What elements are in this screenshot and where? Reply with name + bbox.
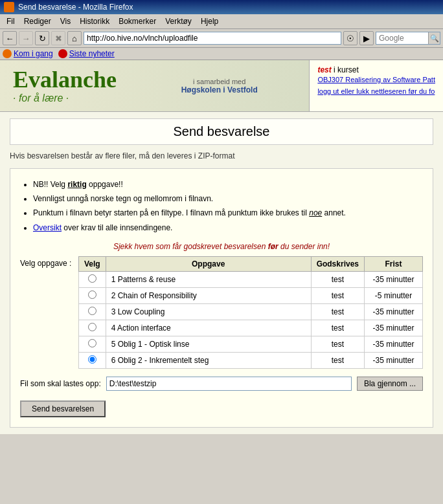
table-row: 6 Oblig 2 - Inkrementelt steg test -35 m… [79, 352, 423, 368]
address-bar: ☉ ▶ [84, 31, 374, 45]
godskrives-2: test [311, 303, 364, 320]
table-row: 2 Chain of Responsibility test -5 minutt… [79, 287, 423, 303]
instructions-list: NB!! Velg riktig oppgave!! Vennligst unn… [20, 179, 423, 234]
course-link[interactable]: OBJ307 Realisering av Software Patt [317, 76, 435, 83]
godskrives-5: test [311, 352, 364, 368]
menu-hjelp[interactable]: Hjelp [197, 16, 222, 27]
instruction-2: Vennligst unngå norske tegn og mellomrom… [33, 193, 423, 205]
browser-icon [4, 2, 14, 12]
col-oppgave: Oppgave [106, 256, 311, 271]
menu-bar: Fil Rediger Vis Historikk Bokmerker Verk… [0, 14, 443, 29]
col-velg: Velg [79, 256, 106, 271]
bookmark-kom-i-gang[interactable]: Kom i gang [3, 49, 53, 58]
toolbar: ← → ↻ ✖ ⌂ ☉ ▶ 🔍 [0, 29, 443, 48]
title-bar: Send besvarelse - Mozilla Firefox [0, 0, 443, 14]
instructions: NB!! Velg riktig oppgave!! Vennligst unn… [20, 179, 423, 234]
table-header-row: Velg Oppgave Godskrives Frist [79, 256, 423, 271]
logo-text: Evalanche [13, 68, 117, 91]
radio-3[interactable] [88, 323, 97, 331]
search-button[interactable]: 🔍 [428, 32, 440, 44]
radio-4[interactable] [88, 339, 97, 347]
partner-area: i samarbeid med Høgskolen i Vestfold [175, 60, 264, 111]
godskrives-4: test [311, 336, 364, 352]
menu-vis[interactable]: Vis [56, 16, 74, 27]
menu-historikk[interactable]: Historikk [76, 16, 113, 27]
submit-button[interactable]: Send besvarelsen [20, 400, 106, 417]
task-name-3: 4 Action interface [106, 320, 311, 336]
menu-rediger[interactable]: Rediger [20, 16, 55, 27]
forward-button[interactable]: → [19, 31, 33, 45]
menu-verktoy[interactable]: Verktøy [161, 16, 196, 27]
noe-text: noe [309, 208, 322, 217]
oversikt-link[interactable]: Oversikt [33, 223, 62, 232]
main-content: Send besvarelse Hvis besvarelsen består … [0, 112, 443, 434]
file-upload-row: Fil som skal lastes opp: Bla gjennom ... [20, 377, 423, 391]
instruction-1: NB!! Velg riktig oppgave!! [33, 179, 423, 191]
velg-oppgave-label: Velg oppgave : [20, 256, 72, 268]
user-prefix: i kurset [334, 65, 359, 74]
task-name-4: 5 Oblig 1 - Optisk linse [106, 336, 311, 352]
table-row: 5 Oblig 1 - Optisk linse test -35 minutt… [79, 336, 423, 352]
radio-cell-0 [79, 271, 106, 287]
radio-cell-2 [79, 303, 106, 320]
radio-cell-3 [79, 320, 106, 336]
assignments-tbody: 1 Patterns & reuse test -35 minutter 2 C… [79, 271, 423, 368]
bookmark-siste-nyheter[interactable]: Siste nyheter [58, 49, 115, 58]
logout-text: logg ut eller lukk nettleseren før du fo [317, 87, 435, 95]
for-text: før [268, 242, 278, 251]
table-wrapper: Velg Oppgave Godskrives Frist 1 Patterns… [78, 256, 423, 377]
table-head: Velg Oppgave Godskrives Frist [79, 256, 423, 271]
radio-2[interactable] [88, 307, 97, 315]
assignments-table: Velg Oppgave Godskrives Frist 1 Patterns… [78, 256, 423, 369]
check-notice: Sjekk hvem som får godskrevet besvarelse… [20, 242, 423, 251]
task-name-0: 1 Patterns & reuse [106, 271, 311, 287]
instruction-3: Punktum i filnavn betyr starten på en fi… [33, 207, 423, 219]
form-box: NB!! Velg riktig oppgave!! Vennligst unn… [10, 168, 433, 428]
menu-bokmerker[interactable]: Bokmerker [115, 16, 160, 27]
page-content: Evalanche · for å lære · i samarbeid med… [0, 60, 443, 434]
file-input[interactable] [106, 377, 352, 391]
menu-fil[interactable]: Fil [3, 16, 19, 27]
go-button[interactable]: ▶ [359, 31, 374, 45]
frist-3: -35 minutter [365, 320, 423, 336]
back-button[interactable]: ← [3, 31, 17, 45]
radio-1[interactable] [88, 290, 97, 299]
logo-area: Evalanche · for å lære · [0, 60, 130, 111]
home-button[interactable]: ⌂ [67, 31, 82, 45]
radio-0[interactable] [88, 274, 97, 283]
stop-button[interactable]: ✖ [51, 31, 65, 45]
address-input[interactable] [84, 32, 341, 45]
bold-riktig: riktig [67, 180, 86, 189]
user-info: test i kurset OBJ307 Realisering av Soft… [309, 60, 443, 111]
bookmark-label-siste: Siste nyheter [69, 49, 115, 58]
col-godskrives: Godskrives [311, 256, 364, 271]
table-label-row: Velg oppgave : Velg Oppgave Godskrives F… [20, 256, 423, 377]
table-row: 3 Low Coupling test -35 minutter [79, 303, 423, 320]
instruction-4: Oversikt over krav til alle innsendingen… [33, 222, 423, 234]
page-title: Send besvarelse [10, 118, 433, 145]
table-row: 4 Action interface test -35 minutter [79, 320, 423, 336]
user-label: test [317, 65, 331, 74]
bookmark-icon-siste [58, 49, 67, 58]
logo-sub: · for å lære · [13, 93, 117, 104]
site-header: Evalanche · for å lære · i samarbeid med… [0, 60, 443, 112]
partner-prefix: i samarbeid med [193, 78, 245, 85]
godskrives-3: test [311, 320, 364, 336]
browse-button[interactable]: Bla gjennom ... [357, 377, 423, 391]
table-row: 1 Patterns & reuse test -35 minutter [79, 271, 423, 287]
frist-5: -35 minutter [365, 352, 423, 368]
col-frist: Frist [365, 256, 423, 271]
refresh-button[interactable]: ↻ [35, 31, 49, 45]
radio-cell-5 [79, 352, 106, 368]
radio-cell-1 [79, 287, 106, 303]
bookmark-icon-kom [3, 49, 12, 58]
rss-button[interactable]: ☉ [343, 31, 358, 45]
search-input[interactable] [376, 32, 428, 44]
logout-link[interactable]: logg ut eller lukk nettleseren før du fo [317, 87, 435, 95]
frist-1: -5 minutter [365, 287, 423, 303]
partner-name: Høgskolen i Vestfold [181, 85, 258, 94]
task-name-5: 6 Oblig 2 - Inkrementelt steg [106, 352, 311, 368]
task-name-2: 3 Low Coupling [106, 303, 311, 320]
radio-5[interactable] [88, 355, 97, 364]
bookmarks-bar: Kom i gang Siste nyheter [0, 48, 443, 60]
